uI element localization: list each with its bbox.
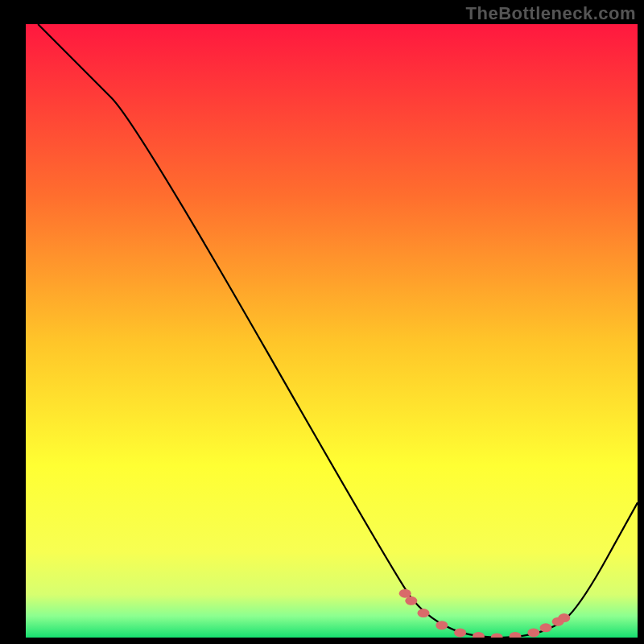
plot-background <box>26 24 638 638</box>
highlight-marker <box>454 628 466 637</box>
chart-frame: TheBottleneck.com <box>0 0 644 644</box>
chart-svg <box>0 0 644 644</box>
highlight-marker <box>473 632 485 641</box>
highlight-marker <box>418 609 430 617</box>
highlight-marker <box>540 623 552 632</box>
highlight-marker <box>558 613 570 622</box>
highlight-marker <box>405 597 417 605</box>
highlight-marker <box>436 621 448 630</box>
highlight-marker <box>491 634 503 642</box>
highlight-marker <box>527 628 539 637</box>
watermark-text: TheBottleneck.com <box>466 3 636 24</box>
highlight-marker <box>399 589 411 598</box>
highlight-marker <box>510 632 522 641</box>
